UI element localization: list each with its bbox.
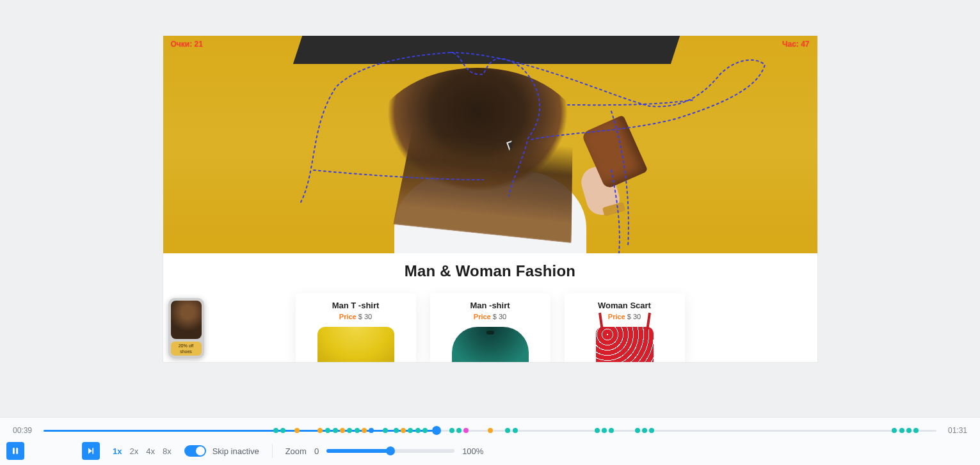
price-value: $ 30 [493,313,506,320]
price-label: Price [339,313,357,320]
timeline-event-dot[interactable] [906,428,912,433]
step-forward-button[interactable] [82,442,100,460]
timeline-event-dot[interactable] [394,428,399,433]
hero-person [324,74,657,253]
timeline-event-dot[interactable] [280,428,285,433]
section-title: Man & Woman Fashion [163,262,817,280]
timeline-event-dot[interactable] [649,428,654,433]
skip-inactive-label: Skip inactive [213,446,259,456]
product-card[interactable]: Man -shirtPrice $ 30 [430,293,550,362]
product-image [317,327,394,362]
timeline-event-dot[interactable] [642,428,647,433]
price-label: Price [608,313,625,320]
speed-option-4x[interactable]: 4x [146,446,155,456]
speed-option-8x[interactable]: 8x [163,446,172,456]
current-time-label: 00:39 [13,426,35,435]
product-image [452,327,529,362]
timeline-event-dot[interactable] [294,428,300,433]
timeline-event-dot[interactable] [340,428,345,433]
zoom-fill [326,449,390,453]
controls-divider [272,444,273,458]
product-title: Man T -shirt [301,301,411,310]
zoom-handle[interactable] [386,446,395,455]
product-cards-row: Man T -shirtPrice $ 30Man -shirtPrice $ … [163,293,817,362]
timeline-event-dot[interactable] [463,428,469,433]
product-title: Woman Scart [570,301,680,310]
timeline-event-dot[interactable] [488,428,493,433]
zoom-slider[interactable] [326,449,454,453]
zoom-min-label: 0 [314,446,319,456]
timeline-playhead[interactable] [432,426,441,435]
product-card[interactable]: Man T -shirtPrice $ 30 [296,293,416,362]
pause-button[interactable] [6,442,24,460]
preview-thumb-image [171,301,202,339]
player-bar: 00:39 01:31 1x2x4x8x Skip inactive Zoom … [0,417,980,465]
speed-option-2x[interactable]: 2x [129,446,138,456]
timeline-event-dot[interactable] [317,428,323,433]
hero-dark-bar [293,36,679,64]
timeline-progress [44,430,437,432]
session-preview-thumb[interactable]: 20% off shoes [168,298,204,358]
timeline-event-dot[interactable] [899,428,904,433]
timeline-track[interactable] [44,425,936,436]
timeline-event-dot[interactable] [609,428,614,433]
preview-thumb-label: 20% off shoes [171,342,202,356]
timeline-event-dot[interactable] [362,428,367,433]
timeline-event-dot[interactable] [355,428,360,433]
timeline-event-dot[interactable] [913,428,919,433]
svg-rect-0 [13,448,15,453]
session-recording-viewport: Очки: 21 Час: 47 [163,36,817,362]
timeline-event-dot[interactable] [273,428,278,433]
playback-speed-group: 1x2x4x8x [113,446,172,456]
timeline-event-dot[interactable] [505,428,510,433]
timeline-event-dot[interactable] [325,428,330,433]
svg-marker-2 [88,448,92,453]
timeline-event-dot[interactable] [513,428,518,433]
model-hair [372,68,583,215]
price-value: $ 30 [627,313,641,320]
timeline-event-dot[interactable] [347,428,352,433]
product-title: Man -shirt [435,301,545,310]
svg-rect-3 [92,448,93,453]
overlay-score-text: Очки: 21 [171,40,203,49]
svg-rect-1 [16,448,18,453]
timeline-event-dot[interactable] [369,428,374,433]
speed-option-1x[interactable]: 1x [113,446,122,456]
timeline-event-dot[interactable] [333,428,338,433]
skip-inactive-toggle[interactable] [184,445,206,457]
timeline-event-dot[interactable] [595,428,600,433]
timeline-event-dot[interactable] [449,428,454,433]
timeline-event-dot[interactable] [422,428,428,433]
timeline-event-dot[interactable] [415,428,421,433]
price-value: $ 30 [358,313,372,320]
zoom-max-label: 100% [462,446,483,456]
timeline-event-dot[interactable] [401,428,406,433]
price-label: Price [474,313,491,320]
timeline-event-dot[interactable] [408,428,413,433]
product-image [596,327,654,362]
timeline-event-dot[interactable] [602,428,607,433]
zoom-label: Zoom [285,446,307,456]
overlay-time-text: Час: 47 [782,40,809,49]
product-card[interactable]: Woman ScartPrice $ 30 [565,293,685,362]
timeline-event-dot[interactable] [383,428,388,433]
timeline-event-dot[interactable] [892,428,897,433]
hero-banner: Очки: 21 Час: 47 [163,36,817,253]
timeline-event-dot[interactable] [635,428,640,433]
timeline-event-dot[interactable] [456,428,462,433]
total-time-label: 01:31 [945,426,967,435]
